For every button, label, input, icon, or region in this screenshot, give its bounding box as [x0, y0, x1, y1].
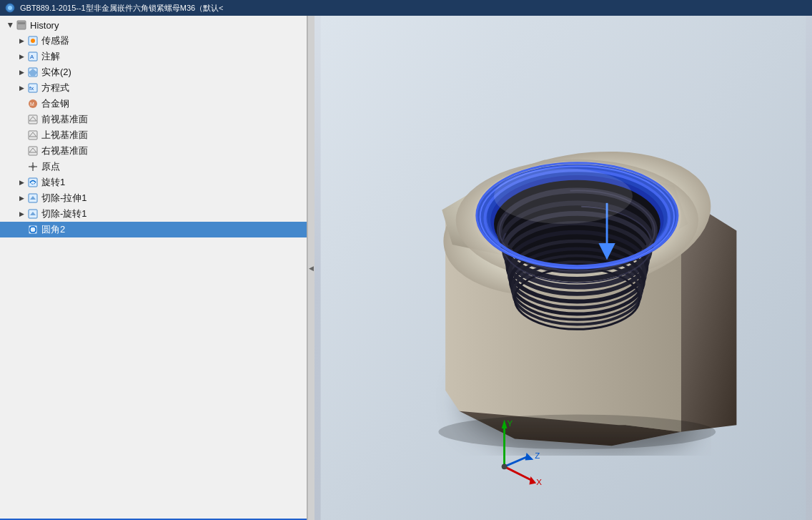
expand-arrow-history[interactable] [6, 21, 14, 29]
tree-item-equation[interactable]: fx方程式 [0, 80, 307, 96]
tree-item-solid[interactable]: 实体(2) [0, 64, 307, 80]
cut-revolve-icon [27, 208, 39, 220]
3d-viewport[interactable]: Y X Z [315, 16, 812, 520]
expand-arrow-extrude1[interactable] [17, 194, 26, 202]
tree-item-fillet2[interactable]: 圆角2 [0, 222, 307, 237]
annotation-icon: A [27, 51, 39, 62]
svg-text:Z: Z [535, 451, 540, 460]
tree-item-cut-revolve1[interactable]: 切除-旋转1 [0, 206, 307, 222]
svg-rect-4 [18, 24, 25, 24]
tree-item-label-right-plane: 右视基准面 [41, 144, 88, 157]
svg-rect-24 [29, 178, 37, 187]
plane-icon [27, 145, 39, 157]
svg-point-23 [31, 165, 34, 168]
svg-text:X: X [536, 477, 542, 486]
expand-arrow-cut-revolve1[interactable] [17, 210, 26, 218]
equation-icon: fx [27, 82, 39, 94]
tree-item-origin[interactable]: 原点 [0, 159, 307, 175]
tree-item-history[interactable]: History [0, 17, 307, 33]
material-icon: M [27, 98, 39, 109]
tree-item-extrude1[interactable]: 切除-拉伸1 [0, 190, 307, 206]
svg-text:A: A [30, 54, 34, 60]
svg-text:M: M [30, 102, 34, 107]
history-icon [16, 19, 27, 31]
tree-item-label-origin: 原点 [41, 160, 60, 173]
expand-arrow-revolve1[interactable] [17, 178, 26, 187]
tree-item-label-revolve1: 旋转1 [41, 176, 65, 189]
tree-item-label-annotation: 注解 [41, 50, 60, 63]
svg-point-72 [502, 463, 508, 469]
tree-item-label-equation: 方程式 [41, 82, 69, 94]
tree-item-label-cut-revolve1: 切除-旋转1 [41, 207, 87, 220]
svg-text:fx: fx [29, 85, 34, 92]
feature-tree[interactable]: History传感器A注解实体(2)fx方程式M合金钢前视基准面上视基准面右视基… [0, 16, 307, 519]
tree-item-label-history: History [30, 20, 59, 31]
revolve-icon [27, 177, 39, 188]
tree-item-top-plane[interactable]: 上视基准面 [0, 127, 307, 143]
tree-item-right-plane[interactable]: 右视基准面 [0, 143, 307, 159]
solid-icon [27, 67, 39, 78]
expand-arrow-equation[interactable] [17, 84, 26, 92]
tree-item-material[interactable]: M合金钢 [0, 96, 307, 112]
svg-rect-2 [17, 21, 26, 29]
tree-item-label-extrude1: 切除-拉伸1 [41, 192, 87, 205]
tree-item-front-plane[interactable]: 前视基准面 [0, 112, 307, 127]
window-title: GBT889.1-2015--1型非金属嵌件六角锁紧螺母M36（默认< [20, 3, 224, 14]
tree-item-revolve1[interactable]: 旋转1 [0, 175, 307, 190]
tree-item-label-solid: 实体(2) [41, 66, 71, 79]
svg-point-6 [31, 39, 35, 43]
sidebar-collapse-handle[interactable]: ◀ [307, 16, 315, 520]
svg-point-1 [8, 6, 12, 10]
extrude-icon [27, 192, 39, 204]
tree-item-sensor[interactable]: 传感器 [0, 33, 307, 49]
svg-point-61 [494, 168, 633, 224]
tree-item-label-sensor: 传感器 [41, 34, 69, 47]
title-bar: GBT889.1-2015--1型非金属嵌件六角锁紧螺母M36（默认< [0, 0, 812, 16]
svg-text:Y: Y [507, 418, 513, 428]
main-area: History传感器A注解实体(2)fx方程式M合金钢前视基准面上视基准面右视基… [0, 16, 812, 520]
plane-icon [27, 129, 39, 141]
feature-tree-sidebar: History传感器A注解实体(2)fx方程式M合金钢前视基准面上视基准面右视基… [0, 16, 307, 520]
app-icon [4, 2, 16, 14]
svg-point-62 [438, 415, 716, 449]
plane-icon [27, 114, 39, 125]
tree-item-label-material: 合金钢 [41, 97, 69, 110]
sensor-icon [27, 35, 39, 46]
tree-item-label-top-plane: 上视基准面 [41, 129, 88, 142]
origin-icon [27, 161, 39, 172]
tree-item-label-front-plane: 前视基准面 [41, 113, 88, 126]
tree-item-label-fillet2: 圆角2 [41, 223, 65, 236]
fillet-icon [27, 224, 39, 235]
expand-arrow-solid[interactable] [17, 68, 26, 77]
3d-scene-svg: Y X Z [315, 16, 812, 520]
tree-item-annotation[interactable]: A注解 [0, 49, 307, 64]
expand-arrow-annotation[interactable] [17, 52, 26, 61]
expand-arrow-sensor[interactable] [17, 36, 26, 45]
